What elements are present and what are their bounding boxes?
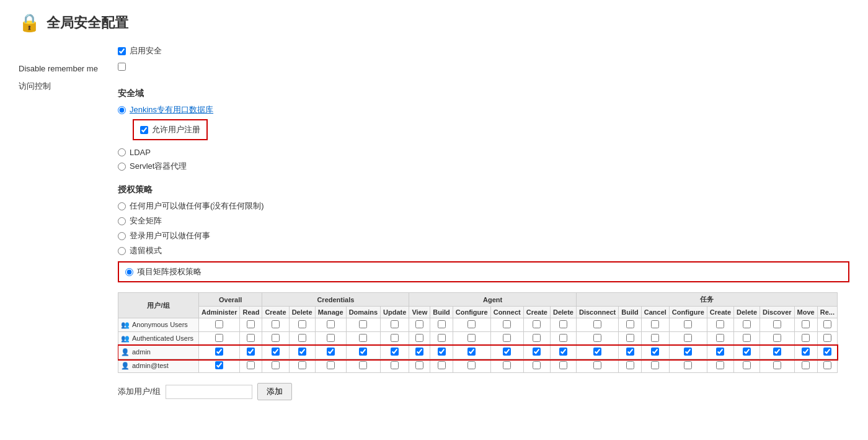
matrix-cell[interactable] [760,318,794,332]
matrix-cell[interactable] [794,359,817,373]
matrix-checkbox[interactable] [533,334,541,342]
matrix-checkbox[interactable] [802,361,810,369]
matrix-cell[interactable] [707,318,733,332]
legacy-mode-option[interactable]: 遗留模式 [118,245,849,256]
matrix-checkbox[interactable] [415,348,423,356]
logged-in-option[interactable]: 登录用户可以做任何事 [118,230,849,241]
matrix-cell[interactable] [240,346,262,359]
matrix-checkbox[interactable] [247,348,255,356]
matrix-cell[interactable] [707,359,733,373]
matrix-cell[interactable] [817,318,837,332]
matrix-checkbox[interactable] [467,361,476,369]
matrix-cell[interactable] [760,359,794,373]
jenkins-db-label[interactable]: Jenkins专有用口数据库 [118,104,849,115]
matrix-cell[interactable] [641,346,669,359]
matrix-cell[interactable] [641,318,669,332]
matrix-checkbox[interactable] [503,361,511,369]
matrix-checkbox[interactable] [533,361,541,369]
matrix-cell[interactable] [794,318,817,332]
matrix-cell[interactable] [409,359,430,373]
matrix-cell[interactable] [346,318,380,332]
matrix-cell[interactable] [289,346,315,359]
matrix-checkbox[interactable] [716,320,724,328]
matrix-cell[interactable] [734,359,760,373]
matrix-checkbox[interactable] [559,348,567,356]
matrix-checkbox[interactable] [626,348,634,356]
matrix-checkbox[interactable] [298,320,306,328]
matrix-cell[interactable] [199,359,240,373]
matrix-cell[interactable] [346,346,380,359]
matrix-checkbox[interactable] [272,334,280,342]
matrix-checkbox[interactable] [503,334,511,342]
matrix-checkbox[interactable] [327,361,335,369]
matrix-cell[interactable] [550,318,576,332]
matrix-cell[interactable] [453,332,490,346]
matrix-checkbox[interactable] [823,348,831,356]
matrix-checkbox[interactable] [215,334,223,342]
matrix-checkbox[interactable] [359,361,367,369]
matrix-cell[interactable] [381,318,409,332]
matrix-cell[interactable] [550,332,576,346]
matrix-checkbox[interactable] [215,361,223,369]
matrix-cell[interactable] [490,346,523,359]
matrix-cell[interactable] [576,359,618,373]
servlet-radio[interactable] [118,163,126,171]
matrix-cell[interactable] [669,346,707,359]
matrix-cell[interactable] [576,346,618,359]
matrix-cell[interactable] [734,318,760,332]
matrix-cell[interactable] [619,359,642,373]
matrix-checkbox[interactable] [533,320,541,328]
matrix-checkbox[interactable] [415,361,423,369]
matrix-checkbox[interactable] [626,361,634,369]
matrix-checkbox[interactable] [298,348,306,356]
matrix-checkbox[interactable] [626,334,634,342]
ldap-label[interactable]: LDAP [118,148,849,157]
matrix-cell[interactable] [641,359,669,373]
legacy-mode-radio[interactable] [118,247,126,255]
matrix-checkbox[interactable] [559,361,567,369]
matrix-cell[interactable] [199,346,240,359]
matrix-cell[interactable] [381,346,409,359]
matrix-checkbox[interactable] [773,334,781,342]
matrix-cell[interactable] [619,318,642,332]
matrix-cell[interactable] [550,346,576,359]
matrix-checkbox[interactable] [391,361,399,369]
enable-security-label[interactable]: 启用安全 [118,45,849,56]
matrix-checkbox[interactable] [593,348,601,356]
matrix-checkbox[interactable] [298,334,306,342]
matrix-checkbox[interactable] [651,348,659,356]
project-matrix-option[interactable]: 项目矩阵授权策略 [125,266,842,277]
matrix-cell[interactable] [523,346,550,359]
matrix-checkbox[interactable] [272,361,280,369]
add-user-input[interactable] [166,385,252,399]
matrix-checkbox[interactable] [359,320,367,328]
matrix-checkbox[interactable] [593,361,601,369]
legacy-radio[interactable] [118,217,126,225]
matrix-cell[interactable] [760,332,794,346]
matrix-checkbox[interactable] [215,320,223,328]
matrix-checkbox[interactable] [651,334,659,342]
matrix-checkbox[interactable] [716,348,724,356]
matrix-cell[interactable] [619,332,642,346]
matrix-checkbox[interactable] [272,348,280,356]
anyone-radio[interactable] [118,202,126,210]
matrix-checkbox[interactable] [593,320,601,328]
legacy-option[interactable]: 安全矩阵 [118,215,849,227]
matrix-checkbox[interactable] [327,320,335,328]
enable-security-checkbox[interactable] [118,47,126,55]
add-user-button[interactable]: 添加 [257,383,292,400]
matrix-cell[interactable] [240,332,262,346]
matrix-cell[interactable] [817,346,837,359]
matrix-checkbox[interactable] [823,334,831,342]
matrix-cell[interactable] [817,359,837,373]
matrix-cell[interactable] [430,346,453,359]
matrix-checkbox[interactable] [391,320,399,328]
matrix-cell[interactable] [453,359,490,373]
matrix-checkbox[interactable] [773,348,781,356]
matrix-cell[interactable] [707,332,733,346]
matrix-checkbox[interactable] [684,361,692,369]
matrix-checkbox[interactable] [298,361,306,369]
matrix-cell[interactable] [576,332,618,346]
matrix-checkbox[interactable] [327,348,335,356]
matrix-cell[interactable] [669,318,707,332]
